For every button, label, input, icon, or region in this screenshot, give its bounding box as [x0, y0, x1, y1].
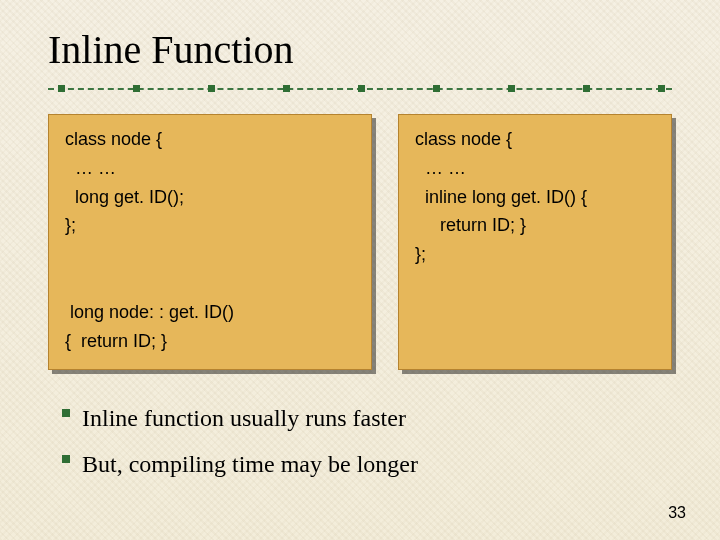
- code-text-left: class node { … … long get. ID(); }; long…: [65, 125, 355, 355]
- slide-title: Inline Function: [48, 28, 672, 72]
- code-text-right: class node { … … inline long get. ID() {…: [415, 125, 655, 269]
- title-separator: [48, 82, 672, 96]
- code-block-right: class node { … … inline long get. ID() {…: [398, 114, 672, 370]
- note-line-1: Inline function usually runs faster: [62, 396, 672, 442]
- code-block-left: class node { … … long get. ID(); }; long…: [48, 114, 372, 370]
- notes: Inline function usually runs faster But,…: [48, 396, 672, 487]
- slide: Inline Function class node { … … long ge…: [0, 0, 720, 540]
- code-columns: class node { … … long get. ID(); }; long…: [48, 114, 672, 370]
- page-number: 33: [668, 504, 686, 522]
- note-line-2: But, compiling time may be longer: [62, 442, 672, 488]
